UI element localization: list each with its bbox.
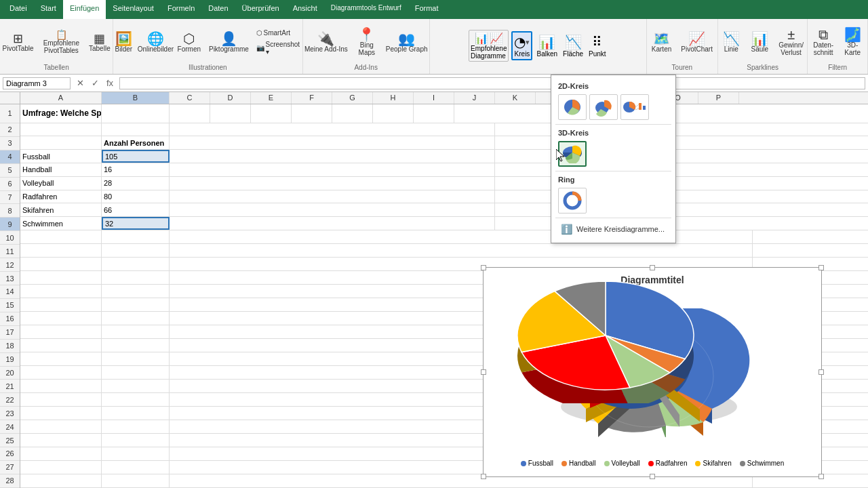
cancel-formula-btn[interactable]: ✕ bbox=[73, 77, 87, 90]
cell-h1[interactable] bbox=[373, 104, 414, 123]
cell-b15[interactable] bbox=[102, 298, 170, 311]
row-num-8[interactable]: 8 bbox=[0, 204, 20, 218]
scatter-chart-btn[interactable]: ⠿ Punkt bbox=[587, 33, 608, 59]
cell-a19[interactable] bbox=[20, 352, 102, 365]
chart-handle-mr[interactable] bbox=[818, 369, 824, 375]
cell-c6[interactable] bbox=[170, 177, 495, 190]
cell-b5[interactable]: 16 bbox=[102, 163, 170, 176]
chart-handle-bc[interactable] bbox=[650, 474, 655, 479]
formen-btn[interactable]: ⬡ Formen bbox=[174, 30, 204, 54]
col-header-h[interactable]: H bbox=[373, 92, 414, 104]
cell-b22[interactable] bbox=[102, 393, 170, 406]
row-num-13[interactable]: 13 bbox=[0, 272, 20, 285]
row-num-9[interactable]: 9 bbox=[0, 218, 20, 231]
col-header-e[interactable]: E bbox=[251, 92, 292, 104]
more-charts-btn[interactable]: ℹ️ Weitere Kreisdiagramme... bbox=[555, 220, 671, 239]
row-num-19[interactable]: 19 bbox=[0, 353, 20, 367]
chart-handle-br[interactable] bbox=[818, 474, 824, 479]
onlinebilder-btn[interactable]: 🌐 Onlinebilder bbox=[138, 30, 172, 54]
row-num-22[interactable]: 22 bbox=[0, 393, 20, 407]
cell-b28[interactable] bbox=[102, 474, 170, 487]
cell-a21[interactable] bbox=[20, 380, 102, 392]
tab-daten[interactable]: Daten bbox=[201, 0, 235, 19]
row-num-25[interactable]: 25 bbox=[0, 434, 20, 447]
cell-b7[interactable]: 80 bbox=[102, 190, 170, 203]
cell-a14[interactable] bbox=[20, 285, 102, 298]
cell-b21[interactable] bbox=[102, 380, 170, 392]
cell-b26[interactable] bbox=[102, 447, 170, 460]
cell-c3[interactable] bbox=[170, 136, 495, 149]
row-num-10[interactable]: 10 bbox=[0, 231, 20, 245]
cell-b19[interactable] bbox=[102, 352, 170, 365]
cell-e1[interactable] bbox=[251, 104, 292, 123]
col-header-b[interactable]: B bbox=[102, 92, 170, 104]
tab-ansicht[interactable]: Ansicht bbox=[286, 0, 324, 19]
row-num-2[interactable]: 2 bbox=[0, 123, 20, 137]
col-header-c[interactable]: C bbox=[170, 92, 210, 104]
row-num-18[interactable]: 18 bbox=[0, 340, 20, 353]
cell-a25[interactable] bbox=[20, 434, 102, 447]
tab-diagrammtools[interactable]: Diagrammtools Entwurf bbox=[324, 0, 408, 19]
row-num-5[interactable]: 5 bbox=[0, 164, 20, 178]
cell-b2[interactable] bbox=[102, 123, 170, 136]
col-header-d[interactable]: D bbox=[210, 92, 251, 104]
row-num-12[interactable]: 12 bbox=[0, 258, 20, 272]
insert-function-btn[interactable]: fx bbox=[103, 77, 117, 90]
row-num-23[interactable]: 23 bbox=[0, 407, 20, 420]
cell-f1[interactable] bbox=[292, 104, 332, 123]
name-box[interactable] bbox=[3, 77, 71, 89]
pivot-table-btn[interactable]: ⊞ PivotTable bbox=[0, 31, 38, 54]
empfohlene-pivot-btn[interactable]: 📋 EmpfohlenePivotTables bbox=[39, 28, 83, 56]
saule-btn[interactable]: 📊 Säule bbox=[746, 30, 773, 54]
cell-a22[interactable] bbox=[20, 393, 102, 406]
row-num-6[interactable]: 6 bbox=[0, 178, 20, 191]
cell-b4[interactable]: 105 bbox=[102, 150, 170, 163]
cell-rest11[interactable] bbox=[170, 244, 753, 257]
cell-b18[interactable] bbox=[102, 339, 170, 352]
cell-a28[interactable] bbox=[20, 474, 102, 487]
cell-b14[interactable] bbox=[102, 285, 170, 298]
linie-btn[interactable]: 📉 Linie bbox=[717, 30, 745, 54]
cell-b10[interactable] bbox=[102, 230, 170, 243]
cell-b23[interactable] bbox=[102, 407, 170, 420]
row-num-21[interactable]: 21 bbox=[0, 380, 20, 393]
cell-a27[interactable] bbox=[20, 461, 102, 474]
meine-addins-btn[interactable]: 🔌 Meine Add-Ins bbox=[300, 30, 352, 54]
chart-handle-tr[interactable] bbox=[818, 265, 824, 270]
smartart-btn[interactable]: ⬡ SmartArt bbox=[254, 28, 306, 38]
cell-a23[interactable] bbox=[20, 407, 102, 420]
pie-chart-btn[interactable]: ◔ ▾ Kreis bbox=[511, 31, 532, 60]
col-header-f[interactable]: F bbox=[292, 92, 332, 104]
empfohlene-diagramme-btn[interactable]: 📊 📈 EmpfohleneDiagramme bbox=[469, 30, 509, 62]
screenshot-btn[interactable]: 📷 Screenshot ▾ bbox=[254, 39, 306, 57]
row-num-14[interactable]: 14 bbox=[0, 285, 20, 299]
row-num-24[interactable]: 24 bbox=[0, 420, 20, 434]
area-chart-btn[interactable]: 📉 Fläche bbox=[561, 33, 585, 59]
bilder-btn[interactable]: 🖼️ Bilder bbox=[110, 30, 137, 54]
row-num-26[interactable]: 26 bbox=[0, 447, 20, 461]
cell-d1[interactable] bbox=[210, 104, 251, 123]
cell-a9[interactable]: Schwimmen bbox=[20, 217, 102, 230]
people-graph-btn[interactable]: 👥 People Graph bbox=[382, 30, 432, 54]
cell-a6[interactable]: Volleyball bbox=[20, 177, 102, 190]
cell-c9[interactable] bbox=[170, 217, 495, 230]
cell-c7[interactable] bbox=[170, 190, 495, 203]
cell-b13[interactable] bbox=[102, 271, 170, 284]
cell-a17[interactable] bbox=[20, 325, 102, 338]
3d-karte-btn[interactable]: 🗾 3D-Karte bbox=[839, 26, 866, 58]
row-num-7[interactable]: 7 bbox=[0, 191, 20, 205]
cell-b27[interactable] bbox=[102, 461, 170, 474]
col-header-i[interactable]: I bbox=[414, 92, 454, 104]
cell-b1[interactable] bbox=[102, 104, 170, 123]
chart-handle-ml[interactable] bbox=[481, 369, 486, 375]
cell-a26[interactable] bbox=[20, 447, 102, 460]
cell-a24[interactable] bbox=[20, 420, 102, 433]
cell-c8[interactable] bbox=[170, 203, 495, 216]
col-header-a[interactable]: A bbox=[20, 92, 102, 104]
row-num-20[interactable]: 20 bbox=[0, 367, 20, 380]
cell-a16[interactable] bbox=[20, 312, 102, 325]
cell-a3[interactable] bbox=[20, 136, 102, 149]
row-num-3[interactable]: 3 bbox=[0, 137, 20, 150]
formula-input[interactable] bbox=[119, 77, 865, 89]
cell-i1[interactable] bbox=[414, 104, 454, 123]
